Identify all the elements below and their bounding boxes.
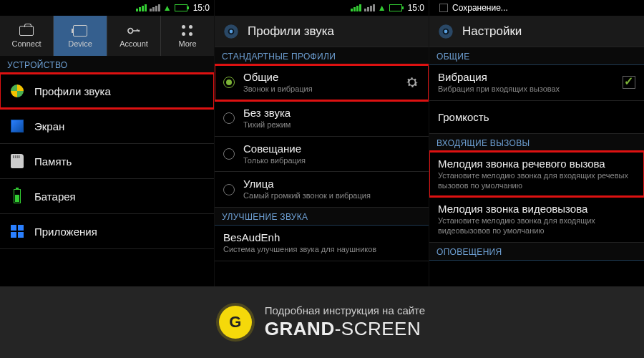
item-video-ringtone[interactable]: Мелодия звонка видеовызова Установите ме… xyxy=(429,197,644,243)
page-title: Настройки xyxy=(462,24,522,39)
tab-label: Connect xyxy=(12,39,42,48)
section-header-notifications: ОПОВЕЩЕНИЯ xyxy=(429,243,644,261)
signal-sim2-icon xyxy=(150,4,160,11)
item-title: Вибрация xyxy=(438,71,614,83)
profile-meeting[interactable]: Совещание Только вибрация xyxy=(215,137,429,173)
wifi-icon: ▲ xyxy=(378,3,386,13)
screen-profile-settings: Сохранение... Настройки ОБЩИЕ Вибрация В… xyxy=(429,0,644,286)
profile-title: Без звука xyxy=(243,107,420,119)
page-header: Настройки xyxy=(429,16,644,47)
tab-label: More xyxy=(178,39,196,48)
battery-icon xyxy=(389,4,402,11)
tab-account[interactable]: Account xyxy=(107,16,161,56)
svg-point-6 xyxy=(444,29,448,33)
brand-letter: G xyxy=(229,313,241,332)
item-title: Мелодия звонка речевого вызова xyxy=(438,158,635,170)
status-bar: ▲ 15:0 xyxy=(0,0,214,16)
status-bar: Сохранение... xyxy=(429,0,644,16)
page-title: Профили звука xyxy=(248,24,334,39)
brand-name-light: -SCREEN xyxy=(335,318,421,339)
item-label: Профили звука xyxy=(34,85,205,97)
brand-logo: G xyxy=(219,306,252,339)
checkbox-checked-icon[interactable] xyxy=(623,76,635,89)
sdcard-icon xyxy=(11,154,24,168)
screen-sound-profiles: ▲ 15:0 Профили звука СТАНДАРТНЫЕ ПРОФИЛИ… xyxy=(215,0,429,286)
tab-device[interactable]: Device xyxy=(54,16,107,56)
profile-sub: Тихий режим xyxy=(243,120,420,130)
tab-connect[interactable]: Connect xyxy=(0,16,54,56)
profile-sub: Самый громкий звонок и вибрация xyxy=(243,191,420,201)
item-vibration[interactable]: Вибрация Вибрация при входящих вызовах xyxy=(429,65,644,101)
tab-more[interactable]: More xyxy=(161,16,214,56)
item-audio-enhancer[interactable]: BesAudEnh Система улучшения звука для на… xyxy=(215,226,429,261)
item-battery[interactable]: Батарея xyxy=(0,179,214,214)
item-label: Память xyxy=(34,155,205,168)
battery-icon xyxy=(175,4,187,11)
device-icon xyxy=(73,25,87,37)
profile-general[interactable]: Общие Звонок и вибрация xyxy=(215,65,429,101)
item-memory[interactable]: Память xyxy=(0,144,214,179)
key-icon xyxy=(124,21,144,41)
sound-profiles-icon xyxy=(11,84,24,97)
apps-icon xyxy=(11,225,24,238)
wifi-icon: ▲ xyxy=(163,3,172,13)
profile-sub: Только вибрация xyxy=(243,156,420,166)
profile-settings-button[interactable] xyxy=(404,74,420,90)
profile-outdoor[interactable]: Улица Самый громкий звонок и вибрация xyxy=(215,172,429,208)
svg-point-3 xyxy=(230,29,233,33)
radio-icon[interactable] xyxy=(223,184,235,195)
display-icon xyxy=(11,120,24,132)
status-time: 15:0 xyxy=(408,3,424,13)
section-header-improve: УЛУЧШЕНИЕ ЗВУКА xyxy=(215,208,429,226)
brand-footer: G Подробная инструкция на сайте GRAND-SC… xyxy=(0,286,644,358)
connect-icon xyxy=(19,26,34,36)
settings-gear-icon[interactable] xyxy=(222,22,240,41)
profile-title: Общие xyxy=(243,71,396,83)
signal-sim2-icon xyxy=(364,4,375,11)
item-title: Мелодия звонка видеовызова xyxy=(438,203,635,215)
more-icon xyxy=(182,25,193,37)
item-display[interactable]: Экран xyxy=(0,109,214,144)
section-header-standard: СТАНДАРТНЫЕ ПРОФИЛИ xyxy=(215,47,429,65)
top-tabs: Connect Device Account More xyxy=(0,16,214,56)
section-header-incoming: ВХОДЯЩИЕ ВЫЗОВЫ xyxy=(429,134,644,152)
item-voice-ringtone[interactable]: Мелодия звонка речевого вызова Установит… xyxy=(429,152,644,198)
profile-sub: Звонок и вибрация xyxy=(243,84,396,95)
brand-tagline: Подробная инструкция на сайте xyxy=(265,304,425,316)
page-header: Профили звука xyxy=(215,16,429,47)
saving-indicator: Сохранение... xyxy=(434,3,640,13)
item-sub: Установите мелодию звонка для входящих р… xyxy=(438,171,635,191)
item-label: Приложения xyxy=(34,226,205,238)
brand-name: GRAND-SCREEN xyxy=(265,318,425,340)
saving-text: Сохранение... xyxy=(452,3,508,13)
radio-icon[interactable] xyxy=(223,112,235,124)
battery-menu-icon xyxy=(14,189,21,203)
section-header-device: УСТРОЙСТВО xyxy=(0,56,214,74)
item-sound-profiles[interactable]: Профили звука xyxy=(0,74,214,109)
item-sub: Установите мелодию звонка для входящих в… xyxy=(438,216,635,236)
svg-point-0 xyxy=(127,27,134,34)
signal-sim1-icon xyxy=(136,4,147,11)
item-label: Экран xyxy=(34,120,205,132)
item-apps[interactable]: Приложения xyxy=(0,214,214,249)
item-label: Батарея xyxy=(34,190,205,203)
profile-title: Улица xyxy=(243,178,420,190)
item-sub: Вибрация при входящих вызовах xyxy=(438,84,614,95)
radio-selected-icon[interactable] xyxy=(223,77,235,88)
settings-gear-icon[interactable] xyxy=(436,22,455,41)
signal-sim1-icon xyxy=(351,4,361,11)
tab-label: Device xyxy=(68,39,92,48)
save-icon xyxy=(439,4,448,12)
item-sub: Система улучшения звука для наушников xyxy=(223,245,420,255)
brand-name-bold: GRAND xyxy=(265,318,335,339)
item-title: BesAudEnh xyxy=(223,231,420,243)
section-header-general: ОБЩИЕ xyxy=(429,47,644,65)
status-time: 15:0 xyxy=(193,3,210,13)
item-title: Громкость xyxy=(438,111,635,123)
radio-icon[interactable] xyxy=(223,148,235,160)
status-bar: ▲ 15:0 xyxy=(215,0,429,16)
screen-device-settings: ▲ 15:0 Connect Device Account More УСТРО… xyxy=(0,0,215,286)
profile-title: Совещание xyxy=(243,142,420,155)
item-volume[interactable]: Громкость xyxy=(429,101,644,134)
profile-silent[interactable]: Без звука Тихий режим xyxy=(215,101,429,137)
